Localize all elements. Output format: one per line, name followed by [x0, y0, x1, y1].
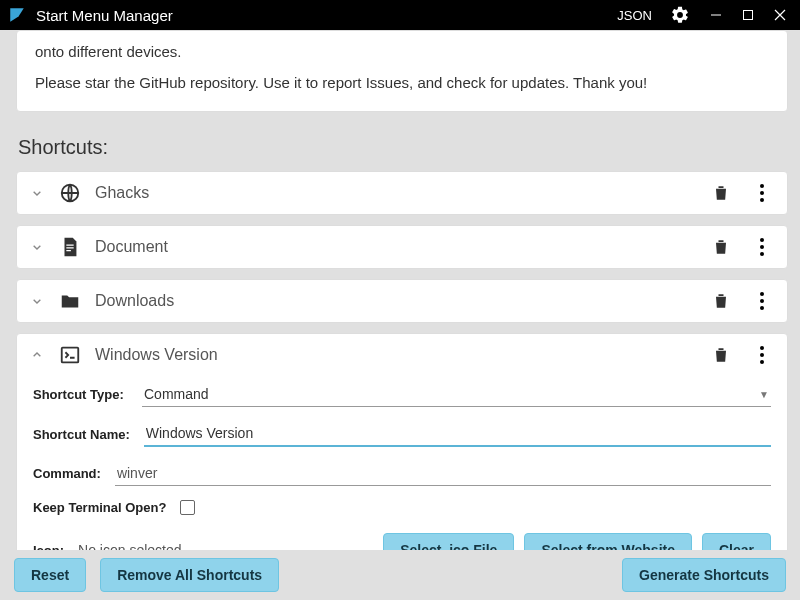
titlebar: Start Menu Manager JSON: [0, 0, 800, 30]
reset-button[interactable]: Reset: [14, 558, 86, 592]
shortcut-name: Downloads: [95, 292, 697, 310]
command-label: Command:: [33, 466, 101, 481]
footer: Reset Remove All Shortcuts Generate Shor…: [0, 550, 800, 600]
intro-card: onto different devices. Please star the …: [16, 30, 788, 112]
trash-icon[interactable]: [711, 183, 731, 203]
document-icon: [59, 236, 81, 258]
svg-rect-12: [62, 348, 79, 363]
clear-icon-button[interactable]: Clear: [702, 533, 771, 550]
chevron-down-icon: [29, 293, 45, 309]
shortcut-card: Downloads: [16, 279, 788, 323]
caret-down-icon: ▼: [759, 389, 769, 400]
select-ico-button[interactable]: Select .ico File: [383, 533, 514, 550]
kebab-icon[interactable]: [759, 183, 765, 203]
globe-icon: [59, 182, 81, 204]
remove-all-button[interactable]: Remove All Shortcuts: [100, 558, 279, 592]
settings-button[interactable]: [660, 0, 700, 30]
svg-point-4: [760, 191, 764, 195]
shortcuts-section-title: Shortcuts:: [18, 136, 788, 159]
shortcut-header[interactable]: Document: [17, 226, 787, 268]
svg-point-8: [760, 252, 764, 256]
app-icon: [8, 6, 26, 24]
kebab-icon[interactable]: [759, 237, 765, 257]
shortcut-name: Document: [95, 238, 697, 256]
chevron-down-icon: [29, 239, 45, 255]
shortcut-header[interactable]: Downloads: [17, 280, 787, 322]
svg-point-7: [760, 245, 764, 249]
icon-status: No icon selected.: [78, 542, 369, 550]
shortcut-type-label: Shortcut Type:: [33, 387, 128, 402]
window-title: Start Menu Manager: [36, 7, 609, 24]
maximize-icon: [742, 9, 754, 21]
kebab-icon[interactable]: [759, 345, 765, 365]
shortcut-card: Document: [16, 225, 788, 269]
shortcut-header[interactable]: Ghacks: [17, 172, 787, 214]
keep-terminal-checkbox[interactable]: [180, 500, 195, 515]
svg-point-10: [760, 299, 764, 303]
shortcut-card: Ghacks: [16, 171, 788, 215]
chevron-down-icon: [29, 185, 45, 201]
minimize-icon: [710, 9, 722, 21]
keep-terminal-label: Keep Terminal Open?: [33, 500, 166, 515]
shortcut-name-label: Shortcut Name:: [33, 427, 130, 442]
terminal-icon: [59, 344, 81, 366]
shortcut-card: Windows Version Shortcut Type: Command ▼…: [16, 333, 788, 550]
main-content: onto different devices. Please star the …: [0, 30, 800, 550]
close-icon: [774, 9, 786, 21]
svg-point-3: [760, 184, 764, 188]
icon-label: Icon:: [33, 543, 64, 551]
svg-rect-1: [744, 11, 753, 20]
svg-point-14: [760, 353, 764, 357]
shortcut-name-input[interactable]: [144, 421, 771, 447]
svg-point-11: [760, 306, 764, 310]
chevron-up-icon: [29, 347, 45, 363]
svg-point-6: [760, 238, 764, 242]
minimize-button[interactable]: [700, 0, 732, 30]
trash-icon[interactable]: [711, 237, 731, 257]
svg-point-5: [760, 198, 764, 202]
shortcut-name: Windows Version: [95, 346, 697, 364]
kebab-icon[interactable]: [759, 291, 765, 311]
shortcut-name: Ghacks: [95, 184, 697, 202]
generate-button[interactable]: Generate Shortcuts: [622, 558, 786, 592]
command-input[interactable]: [115, 461, 771, 486]
gear-icon: [670, 5, 690, 25]
svg-point-15: [760, 360, 764, 364]
shortcut-type-select[interactable]: Command ▼: [142, 382, 771, 407]
shortcut-header[interactable]: Windows Version: [17, 334, 787, 376]
intro-line-partial: onto different devices.: [35, 41, 769, 62]
svg-point-9: [760, 292, 764, 296]
shortcut-body: Shortcut Type: Command ▼ Shortcut Name: …: [17, 376, 787, 550]
json-button[interactable]: JSON: [609, 0, 660, 30]
maximize-button[interactable]: [732, 0, 764, 30]
intro-line-2: Please star the GitHub repository. Use i…: [35, 72, 769, 93]
shortcut-type-value: Command: [144, 386, 209, 402]
svg-rect-0: [711, 15, 721, 16]
trash-icon[interactable]: [711, 291, 731, 311]
trash-icon[interactable]: [711, 345, 731, 365]
folder-icon: [59, 290, 81, 312]
select-from-website-button[interactable]: Select from Website: [524, 533, 692, 550]
svg-point-13: [760, 346, 764, 350]
close-button[interactable]: [764, 0, 796, 30]
